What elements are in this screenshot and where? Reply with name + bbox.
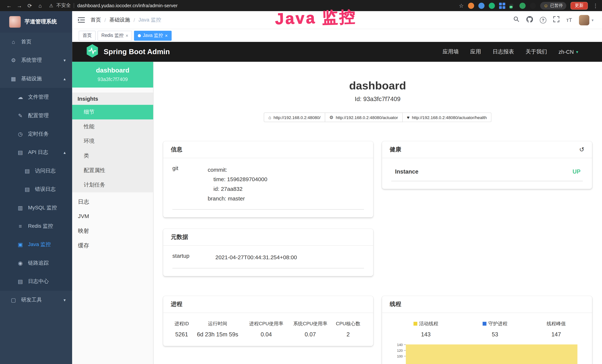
health-url-button[interactable]: ♥ http://192.168.0.2:48080/actuator/heal… xyxy=(402,113,491,122)
sidebar-item-label: 定时任务 xyxy=(28,130,49,137)
extension-icon[interactable] xyxy=(478,2,484,9)
wrench-icon: ⚙ xyxy=(329,115,333,120)
refresh-icon[interactable]: ⟳ xyxy=(25,2,35,9)
actuator-url-button[interactable]: ⚙ http://192.168.0.2:48080/actuator xyxy=(325,113,402,122)
sba-item-jvm[interactable]: JVM xyxy=(72,209,153,224)
github-icon[interactable] xyxy=(526,16,533,24)
sidebar-item-scheduled-tasks[interactable]: ◷ 定时任务 xyxy=(0,125,72,143)
font-size-icon[interactable]: тT xyxy=(566,17,572,23)
breadcrumb-separator: / xyxy=(104,17,106,23)
sidebar-item-java-monitor[interactable]: ▣ Java 监控 xyxy=(0,235,72,254)
sba-nav-about[interactable]: 关于我们 xyxy=(526,48,547,55)
home-icon[interactable]: ⌂ xyxy=(35,2,45,9)
sba-item-mappings[interactable]: 映射 xyxy=(72,224,153,238)
sidebar-item-infrastructure[interactable]: ▦ 基础设施 ▴ xyxy=(0,70,72,88)
screen: ← → ⟳ ⌂ ⚠ 不安全 dashboard.yudao.iocoder.cn… xyxy=(0,0,602,364)
sidebar-item-error-log[interactable]: ▤ 错误日志 xyxy=(0,180,72,198)
col-pid: 进程ID xyxy=(172,320,191,331)
help-icon[interactable]: ? xyxy=(540,17,546,23)
browser-menu-icon[interactable]: ⋮ xyxy=(593,2,598,9)
infrastructure-icon: ▦ xyxy=(10,76,17,82)
tag-redis-monitor[interactable]: Redis 监控 × xyxy=(97,31,132,41)
breadcrumb-home[interactable]: 首页 xyxy=(91,17,101,23)
sidebar-item-mysql-monitor[interactable]: ▥ MySQL 监控 xyxy=(0,199,72,217)
fullscreen-icon[interactable] xyxy=(553,16,559,24)
browser-update-button[interactable]: 更新 xyxy=(570,2,588,9)
breadcrumb-current: Java 监控 xyxy=(139,17,161,23)
sba-brand[interactable]: Spring Boot Admin xyxy=(86,44,170,60)
threads-legend-table: 活动线程 守护进程 线程峰值 143 53 147 xyxy=(391,320,583,338)
tag-java-monitor[interactable]: Java 监控 × xyxy=(134,31,172,41)
sidebar-item-log-center[interactable]: ▤ 日志中心 xyxy=(0,272,72,290)
sidebar-item-redis-monitor[interactable]: ≡ Redis 监控 xyxy=(0,217,72,235)
col-process-cpu: 进程CPU使用率 xyxy=(244,320,288,331)
service-url-button[interactable]: ⌂ http://192.168.0.2:48080/ xyxy=(264,113,325,122)
legend-label: 线程峰值 xyxy=(547,321,566,327)
sidebar-item-system-management[interactable]: ⚙ 系统管理 ▾ xyxy=(0,51,72,69)
url-text[interactable]: dashboard.yudao.iocoder.cn/infra/admin-s… xyxy=(77,3,178,8)
close-icon[interactable]: × xyxy=(165,33,168,38)
extension-icon[interactable]: on xyxy=(509,4,513,8)
sidebar-item-label: 研发工具 xyxy=(21,297,42,303)
sidebar-item-config-management[interactable]: ✎ 配置管理 xyxy=(0,107,72,125)
extension-icon[interactable] xyxy=(530,2,536,9)
paused-badge[interactable]: ☺ 已暂停 xyxy=(540,2,566,9)
avatar[interactable] xyxy=(579,15,589,25)
address-bar[interactable]: ⚠ 不安全 dashboard.yudao.iocoder.cn/infra/a… xyxy=(49,2,178,9)
sba-body: dashboard 93a3fc7f7409 Insights 细节 性能 环境… xyxy=(72,62,602,364)
sba-item-metrics[interactable]: 性能 xyxy=(72,119,153,134)
browser-window: ← → ⟳ ⌂ ⚠ 不安全 dashboard.yudao.iocoder.cn… xyxy=(0,0,602,364)
sba-item-scheduled-tasks[interactable]: 计划任务 xyxy=(72,178,153,193)
sidebar-item-label: 文件管理 xyxy=(28,94,49,100)
sba-item-caches[interactable]: 缓存 xyxy=(72,238,153,253)
tag-bar: 首页 Redis 监控 × Java 监控 × xyxy=(72,29,602,42)
extension-icon[interactable] xyxy=(489,2,495,9)
user-menu[interactable]: ▾ xyxy=(579,15,594,25)
app-logo[interactable]: 芋道管理系统 xyxy=(0,11,72,33)
sidebar-item-file-management[interactable]: ☁ 文件管理 xyxy=(0,88,72,106)
git-commit-time: time: 1596289704000 xyxy=(213,175,267,184)
bookmark-star-icon[interactable]: ☆ xyxy=(459,2,464,9)
cards-col-left-2: 进程 进程ID 运行时间 进程CPU使用率 系统CPU使用率 xyxy=(163,296,373,346)
hamburger-icon[interactable] xyxy=(72,17,90,23)
tag-label: Redis 监控 xyxy=(101,32,124,39)
sidebar-item-home[interactable]: ⌂ 首页 xyxy=(0,33,72,51)
forward-icon[interactable]: → xyxy=(14,2,25,9)
breadcrumb-infrastructure[interactable]: 基础设施 xyxy=(109,17,130,23)
sba-item-config-props[interactable]: 配置属性 xyxy=(72,163,153,178)
search-icon[interactable] xyxy=(513,16,519,24)
sba-item-classes[interactable]: 类 xyxy=(72,149,153,163)
close-icon[interactable]: × xyxy=(126,33,128,38)
val-process-cpu: 0.04 xyxy=(244,331,288,338)
cards-col-left: 信息 git commit: time: 1596289704000 id: 2 xyxy=(163,141,373,276)
sidebar-item-dev-tools[interactable]: ▢ 研发工具 ▾ xyxy=(0,291,72,309)
security-label[interactable]: 不安全 xyxy=(56,2,71,9)
breadcrumb: 首页 / 基础设施 / Java 监控 xyxy=(91,17,161,23)
extension-on-badge: on xyxy=(509,6,513,8)
sidebar-item-label: Java 监控 xyxy=(28,241,51,248)
extension-icon[interactable] xyxy=(468,2,474,9)
sba-nav-wallboard[interactable]: 应用墙 xyxy=(442,48,459,55)
sidebar-item-access-log[interactable]: ▤ 访问日志 xyxy=(0,162,72,180)
back-icon[interactable]: ← xyxy=(4,2,14,9)
sba-item-details[interactable]: 细节 xyxy=(72,105,153,119)
language-selector[interactable]: zh-CN ▾ xyxy=(559,49,578,55)
extension-icon[interactable] xyxy=(519,2,526,9)
history-icon[interactable]: ↺ xyxy=(579,146,584,153)
legend-label: 活动线程 xyxy=(419,321,438,327)
tag-home[interactable]: 首页 xyxy=(79,31,96,41)
sidebar-item-trace[interactable]: ◉ 链路追踪 xyxy=(0,254,72,272)
sba-item-environment[interactable]: 环境 xyxy=(72,134,153,149)
val-pid: 5261 xyxy=(172,331,191,338)
sidebar-item-label: API 日志 xyxy=(28,149,48,156)
sba-navbar: Spring Boot Admin 应用墙 应用 日志报表 关于我们 zh-CN… xyxy=(72,42,602,62)
extension-icon[interactable] xyxy=(499,2,505,9)
edit-icon: ✎ xyxy=(17,113,23,119)
sidebar-item-api-log[interactable]: ▤ API 日志 ▴ xyxy=(0,143,72,161)
content-column: 首页 / 基础设施 / Java 监控 ? xyxy=(72,11,602,364)
legend-swatch-blue xyxy=(483,322,486,326)
sba-item-logs[interactable]: 日志 xyxy=(72,194,153,209)
instance-block[interactable]: dashboard 93a3fc7f7409 xyxy=(72,62,153,87)
sba-nav-journal[interactable]: 日志报表 xyxy=(493,48,514,55)
sba-nav-applications[interactable]: 应用 xyxy=(470,48,481,55)
